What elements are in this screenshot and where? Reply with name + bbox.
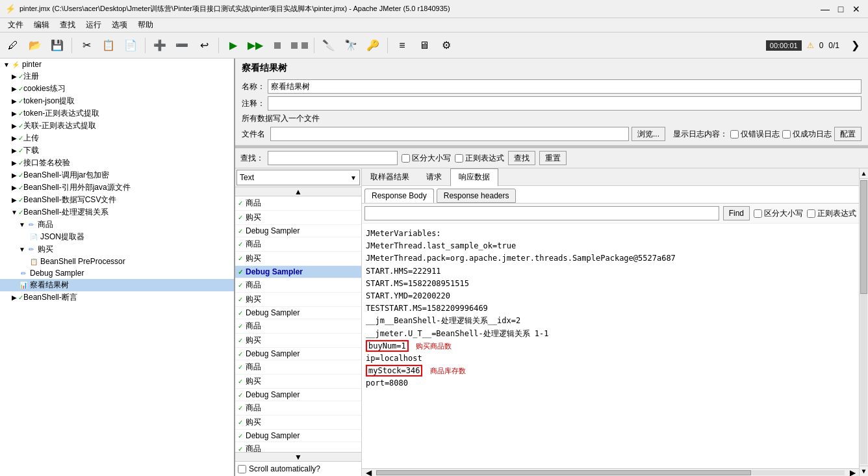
token-regex-expand[interactable]: ▶ xyxy=(10,110,18,118)
sample-item-9[interactable]: ✓ 商品 xyxy=(235,319,361,334)
tree-item-upload[interactable]: ▶ ✓ 上传 xyxy=(0,132,234,144)
menu-item-文件[interactable]: 文件 xyxy=(3,18,29,32)
h-scrollbar-thumb[interactable] xyxy=(376,470,751,475)
config-btn[interactable]: 配置 xyxy=(834,127,862,141)
tab-response-data[interactable]: 响应数据 xyxy=(450,168,498,186)
tree-item-beanshell-assert[interactable]: ▶ ✓ BeanShell-断言 xyxy=(0,291,234,304)
maximize-btn[interactable]: □ xyxy=(834,3,847,16)
cut-btn[interactable]: ✂ xyxy=(76,35,97,56)
open-btn[interactable]: 📂 xyxy=(25,35,45,56)
scroll-down-right-btn[interactable]: ▼ xyxy=(860,466,868,476)
detail-case-checkbox[interactable] xyxy=(754,209,762,218)
expand-btn[interactable]: ❯ xyxy=(845,35,865,56)
stop-all-btn[interactable]: ⏹⏹ xyxy=(289,35,310,56)
detail-search-input[interactable] xyxy=(364,206,719,220)
download-expand[interactable]: ▶ xyxy=(10,147,18,155)
sample-item-0[interactable]: ✓ 商品 xyxy=(235,196,361,211)
sample-item-14[interactable]: ✓ Debug Sampler xyxy=(235,389,361,401)
beanshell-logic-expand[interactable]: ▼ xyxy=(10,209,18,217)
name-input[interactable] xyxy=(268,79,862,94)
sample-item-8[interactable]: ✓ Debug Sampler xyxy=(235,307,361,319)
token-json-expand[interactable]: ▶ xyxy=(10,98,18,105)
sign-expand[interactable]: ▶ xyxy=(10,159,18,167)
tree-item-beanshell-jar[interactable]: ▶ ✓ BeanShell-调用jar包加密 xyxy=(0,169,234,181)
tree-item-beanshell-logic[interactable]: ▼ ✓ BeanShell-处理逻辑关系 xyxy=(0,206,234,218)
scroll-up-btn[interactable]: ▲ xyxy=(235,187,361,196)
case-sensitive-checkbox[interactable] xyxy=(402,154,410,163)
sample-type-dropdown[interactable]: Text ▼ xyxy=(236,170,360,185)
run-btn[interactable]: ▶ xyxy=(223,35,244,56)
remove-btn[interactable]: ➖ xyxy=(172,35,192,56)
menu-item-编辑[interactable]: 编辑 xyxy=(29,18,55,32)
tree-item-beanshell-pre[interactable]: 📋 BeanShell PreProcessor xyxy=(0,256,234,267)
detail-find-btn[interactable]: Find xyxy=(723,206,750,220)
settings-btn[interactable]: ⚙ xyxy=(436,35,457,56)
v-scrollbar-thumb[interactable] xyxy=(860,180,867,294)
sample-item-10[interactable]: ✓ 购买 xyxy=(235,334,361,348)
tab-sampler-result[interactable]: 取样器结果 xyxy=(362,168,418,185)
sample-item-12[interactable]: ✓ 商品 xyxy=(235,360,361,375)
paste-btn[interactable]: 📄 xyxy=(120,35,141,56)
scroll-auto-checkbox[interactable] xyxy=(238,465,246,473)
tree-item-download[interactable]: ▶ ✓ 下载 xyxy=(0,144,234,157)
scroll-down-btn[interactable]: ▼ xyxy=(235,452,361,461)
upload-expand[interactable]: ▶ xyxy=(10,135,18,142)
tree-item-json-extractor[interactable]: 📄 JSON提取器 xyxy=(0,231,234,243)
regex-checkbox[interactable] xyxy=(455,154,463,163)
tree-item-debug[interactable]: ✏ Debug Sampler xyxy=(0,267,234,279)
error-log-checkbox[interactable] xyxy=(730,130,739,139)
search-input[interactable] xyxy=(268,151,398,165)
tree-item-register[interactable]: ▶ ✓ 注册 xyxy=(0,70,234,83)
tree-item-product[interactable]: ▼ ✏ 商品 xyxy=(0,218,234,231)
tree-item-result-tree[interactable]: 📊 察看结果树 xyxy=(0,279,234,291)
menu-item-选项[interactable]: 选项 xyxy=(107,18,133,32)
search-execute-btn[interactable]: 查找 xyxy=(508,151,535,165)
close-btn[interactable]: ✕ xyxy=(850,3,863,16)
tree-item-assoc-regex[interactable]: ▶ ✓ 关联-正则表达式提取 xyxy=(0,120,234,132)
sample-item-13[interactable]: ✓ 购买 xyxy=(235,375,361,389)
key-btn[interactable]: 🔑 xyxy=(363,35,383,56)
save-btn[interactable]: 💾 xyxy=(47,35,68,56)
tree-item-sign[interactable]: ▶ ✓ 接口签名校验 xyxy=(0,157,234,169)
undo-btn[interactable]: ↩ xyxy=(194,35,214,56)
tree-item-cookies[interactable]: ▶ ✓ cookies练习 xyxy=(0,83,234,95)
sample-item-16[interactable]: ✓ 购买 xyxy=(235,416,361,430)
success-log-checkbox[interactable] xyxy=(782,130,791,139)
tree-item-token-regex[interactable]: ▶ ✓ token-正则表达式提取 xyxy=(0,107,234,120)
success-log-checkbox-label[interactable]: 仅成功日志 xyxy=(782,129,832,140)
sample-item-3[interactable]: ✓ 商品 xyxy=(235,237,361,252)
beanshell-java-expand[interactable]: ▶ xyxy=(10,184,18,192)
tree-item-token-json[interactable]: ▶ ✓ token-json提取 xyxy=(0,95,234,107)
stop-btn[interactable]: ⏹ xyxy=(267,35,288,56)
cookies-expand[interactable]: ▶ xyxy=(10,85,18,93)
sample-item-7[interactable]: ✓ 购买 xyxy=(235,293,361,307)
comment-input[interactable] xyxy=(268,96,862,111)
h-scrollbar[interactable]: ◀ ▶ xyxy=(362,468,859,476)
regex-label[interactable]: 正则表达式 xyxy=(455,153,504,164)
tree-item-buy[interactable]: ▼ ✏ 购买 xyxy=(0,243,234,256)
tree-item-beanshell-java[interactable]: ▶ ✓ BeanShell-引用外部java源文件 xyxy=(0,181,234,194)
search-btn-toolbar[interactable]: 🔭 xyxy=(340,35,361,56)
inner-tab-response-headers[interactable]: Response headers xyxy=(437,189,517,203)
sample-item-6[interactable]: ✓ 商品 xyxy=(235,278,361,293)
sample-item-4[interactable]: ✓ 购买 xyxy=(235,252,361,266)
copy-btn[interactable]: 📋 xyxy=(98,35,119,56)
run-all-btn[interactable]: ▶▶ xyxy=(245,35,266,56)
new-btn[interactable]: 🖊 xyxy=(3,35,23,56)
error-log-checkbox-label[interactable]: 仅错误日志 xyxy=(730,129,780,140)
scroll-left-btn[interactable]: ◀ xyxy=(362,468,375,477)
tree-item-beanshell-csv[interactable]: ▶ ✓ BeanShell-数据写CSV文件 xyxy=(0,194,234,206)
menu-item-运行[interactable]: 运行 xyxy=(81,18,107,32)
sample-item-1[interactable]: ✓ 购买 xyxy=(235,211,361,225)
reset-btn[interactable]: 重置 xyxy=(539,151,567,165)
sample-item-2[interactable]: ✓ Debug Sampler xyxy=(235,225,361,237)
tree-item-root[interactable]: ▼ ⚡ pinter xyxy=(0,59,234,70)
sample-item-5[interactable]: ✓ Debug Sampler xyxy=(235,266,361,278)
menu-item-查找[interactable]: 查找 xyxy=(55,18,81,32)
detail-case-checkbox-label[interactable]: 区分大小写 xyxy=(754,208,803,219)
case-sensitive-label[interactable]: 区分大小写 xyxy=(402,153,451,164)
sample-item-18[interactable]: ✓ 商品 xyxy=(235,442,361,452)
tab-request[interactable]: 请求 xyxy=(418,168,450,185)
minimize-btn[interactable]: — xyxy=(819,3,832,16)
beanshell-jar-expand[interactable]: ▶ xyxy=(10,172,18,179)
